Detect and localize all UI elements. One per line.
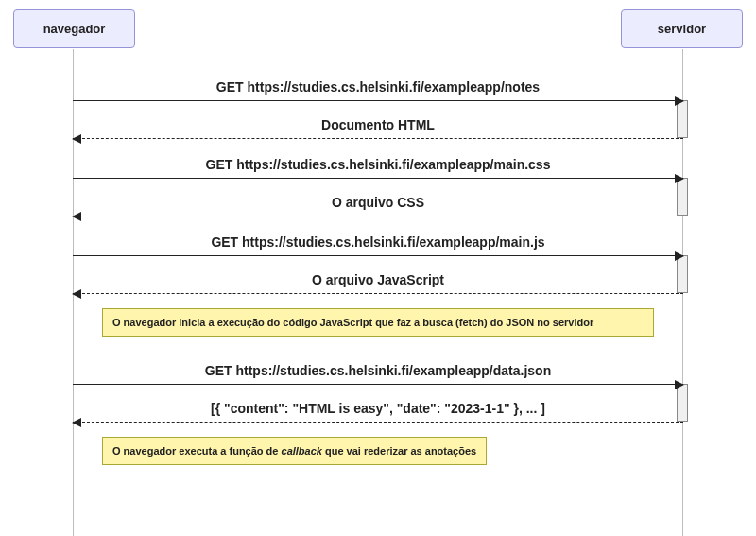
note-fetch-json: O navegador inicia a execução do código … <box>102 308 654 337</box>
message-label: GET https://studies.cs.helsinki.fi/examp… <box>73 234 683 250</box>
arrowhead-left-icon <box>72 134 81 144</box>
message-label: GET https://studies.cs.helsinki.fi/examp… <box>73 157 683 172</box>
message-js-file: O arquivo JavaScript <box>73 272 683 310</box>
message-label: GET https://studies.cs.helsinki.fi/examp… <box>73 363 683 378</box>
arrow-dashed-left <box>73 422 683 423</box>
note-text-post: que vai rederizar as anotações <box>322 445 476 457</box>
arrow-solid-right <box>73 100 683 101</box>
message-label: [{ "content": "HTML is easy", "date": "2… <box>73 401 683 416</box>
message-label: O arquivo CSS <box>73 195 683 210</box>
message-get-js: GET https://studies.cs.helsinki.fi/examp… <box>73 234 683 272</box>
arrow-dashed-left <box>73 293 683 294</box>
actor-navegador: navegador <box>13 9 135 48</box>
arrow-dashed-left <box>73 216 683 216</box>
actor-servidor: servidor <box>621 9 743 48</box>
arrowhead-right-icon <box>675 251 684 261</box>
arrow-dashed-left <box>73 138 683 139</box>
arrow-solid-right <box>73 178 683 179</box>
arrow-solid-right <box>73 255 683 256</box>
note-text-pre: O navegador executa a função de <box>112 445 282 457</box>
message-doc-html: Documento HTML <box>73 117 683 155</box>
note-text-em: callback <box>282 445 322 457</box>
message-label: GET https://studies.cs.helsinki.fi/examp… <box>73 79 683 95</box>
message-json-data: [{ "content": "HTML is easy", "date": "2… <box>73 401 683 439</box>
arrowhead-right-icon <box>675 380 684 389</box>
arrow-solid-right <box>73 384 683 385</box>
arrowhead-right-icon <box>675 96 684 106</box>
arrowhead-right-icon <box>675 174 684 183</box>
note-callback: O navegador executa a função de callback… <box>102 437 487 465</box>
message-get-notes: GET https://studies.cs.helsinki.fi/examp… <box>73 79 683 117</box>
message-css-file: O arquivo CSS <box>73 195 683 233</box>
message-label: Documento HTML <box>73 117 683 132</box>
message-get-css: GET https://studies.cs.helsinki.fi/examp… <box>73 157 683 195</box>
arrowhead-left-icon <box>72 418 81 427</box>
message-get-json: GET https://studies.cs.helsinki.fi/examp… <box>73 363 683 401</box>
arrowhead-left-icon <box>72 289 81 299</box>
message-label: O arquivo JavaScript <box>73 272 683 287</box>
arrowhead-left-icon <box>72 212 81 221</box>
